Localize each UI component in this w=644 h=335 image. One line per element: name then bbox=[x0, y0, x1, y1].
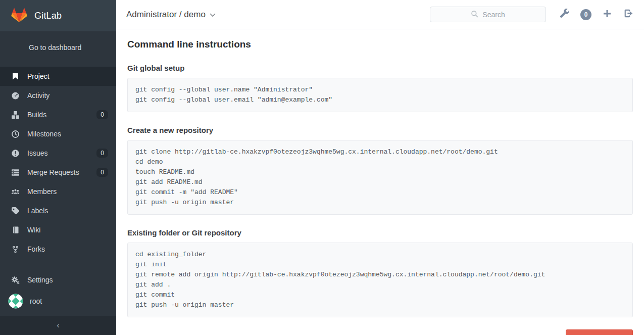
section-heading-create-new-repository: Create a new repository bbox=[127, 126, 633, 134]
sidebar-item-label: Wiki bbox=[27, 226, 108, 234]
breadcrumb[interactable]: Administrator / demo bbox=[126, 10, 216, 20]
sidebar-item-label: Settings bbox=[27, 276, 108, 284]
code-block-existing-folder: cd existing_folder git init git remote a… bbox=[127, 243, 633, 317]
todos-count: 0 bbox=[584, 11, 588, 18]
sidebar-item-label: Labels bbox=[27, 207, 108, 215]
sidebar-item-label: Project bbox=[27, 72, 108, 80]
sidebar-item-forks[interactable]: Forks bbox=[0, 240, 116, 259]
sidebar-divider: Settings bbox=[0, 265, 116, 313]
breadcrumb-text: Administrator / demo bbox=[126, 10, 206, 20]
sidebar-item-label: Milestones bbox=[27, 130, 108, 138]
brand-name: GitLab bbox=[34, 11, 62, 21]
plus-icon bbox=[603, 9, 612, 20]
sidebar-brand[interactable]: GitLab bbox=[0, 0, 116, 31]
chevron-down-icon bbox=[210, 10, 216, 20]
tag-icon bbox=[11, 207, 20, 215]
topbar: Administrator / demo Search bbox=[116, 0, 644, 29]
code-block-create-new-repository: git clone http://gitlab-ce.hxakzvpf0otez… bbox=[127, 140, 633, 215]
page-title: Command line instructions bbox=[127, 39, 633, 50]
users-icon bbox=[11, 187, 20, 196]
search-input[interactable]: Search bbox=[430, 7, 546, 22]
profile-username: root bbox=[30, 297, 108, 305]
identicon-avatar bbox=[8, 294, 23, 309]
sign-out-icon bbox=[624, 9, 633, 20]
sidebar-item-project[interactable]: Project bbox=[0, 67, 116, 86]
sign-out-button[interactable] bbox=[623, 9, 634, 20]
sidebar-item-settings[interactable]: Settings bbox=[0, 270, 116, 290]
search-placeholder: Search bbox=[482, 11, 505, 19]
sidebar-item-wiki[interactable]: Wiki bbox=[0, 220, 116, 240]
gears-icon bbox=[11, 276, 20, 284]
topbar-actions: Search 0 bbox=[430, 7, 634, 22]
code-block-git-global-setup: git config --global user.name "Administr… bbox=[127, 78, 633, 112]
sidebar-item-builds[interactable]: Builds 0 bbox=[0, 105, 116, 124]
todos-count-badge[interactable]: 0 bbox=[580, 9, 591, 20]
sidebar-item-activity[interactable]: Activity bbox=[0, 86, 116, 105]
main-area: Administrator / demo Search bbox=[116, 0, 644, 335]
sidebar-item-label: Merge Requests bbox=[27, 168, 89, 176]
section-heading-existing-folder: Existing folder or Git repository bbox=[127, 228, 633, 237]
sidebar-item-members[interactable]: Members bbox=[0, 182, 116, 201]
sidebar-item-label: Forks bbox=[27, 245, 108, 253]
bookmark-icon bbox=[11, 72, 20, 81]
cubes-icon bbox=[11, 111, 20, 119]
footer-actions: Remove project bbox=[127, 329, 633, 335]
sidebar-item-label: Builds bbox=[27, 111, 89, 119]
dashboard-icon bbox=[11, 91, 20, 100]
section-heading-git-global-setup: Git global setup bbox=[127, 64, 633, 72]
admin-area-button[interactable] bbox=[559, 9, 570, 20]
sidebar: GitLab Go to dashboard Project Activity bbox=[0, 0, 116, 335]
sidebar-item-issues[interactable]: Issues 0 bbox=[0, 143, 116, 163]
search-icon bbox=[471, 10, 478, 19]
merge-requests-count-badge: 0 bbox=[96, 168, 108, 177]
issues-count-badge: 0 bbox=[96, 149, 108, 158]
book-icon bbox=[11, 226, 20, 234]
wrench-icon bbox=[560, 9, 570, 21]
sidebar-item-merge-requests[interactable]: Merge Requests 0 bbox=[0, 163, 116, 182]
code-fork-icon bbox=[11, 245, 20, 254]
chevron-left-icon: ‹ bbox=[57, 320, 60, 330]
clock-icon bbox=[11, 130, 20, 138]
server-stack-icon bbox=[11, 168, 20, 177]
page-content: Command line instructions Git global set… bbox=[116, 29, 644, 335]
gitlab-tanuki-icon bbox=[11, 7, 27, 25]
remove-project-button[interactable]: Remove project bbox=[566, 329, 633, 335]
sidebar-item-label: Members bbox=[27, 187, 108, 196]
builds-count-badge: 0 bbox=[96, 110, 108, 119]
sidebar-collapse-button[interactable]: ‹ bbox=[0, 316, 116, 335]
sidebar-item-label: Issues bbox=[27, 149, 89, 157]
sidebar-item-labels[interactable]: Labels bbox=[0, 201, 116, 220]
exclamation-circle-icon bbox=[11, 149, 20, 158]
go-to-dashboard-link[interactable]: Go to dashboard bbox=[0, 31, 116, 64]
sidebar-item-label: Activity bbox=[27, 91, 108, 100]
new-project-button[interactable] bbox=[602, 9, 613, 20]
sidebar-nav: Project Activity Builds bbox=[0, 67, 116, 313]
sidebar-item-profile[interactable]: root bbox=[0, 290, 116, 313]
sidebar-item-milestones[interactable]: Milestones bbox=[0, 124, 116, 143]
